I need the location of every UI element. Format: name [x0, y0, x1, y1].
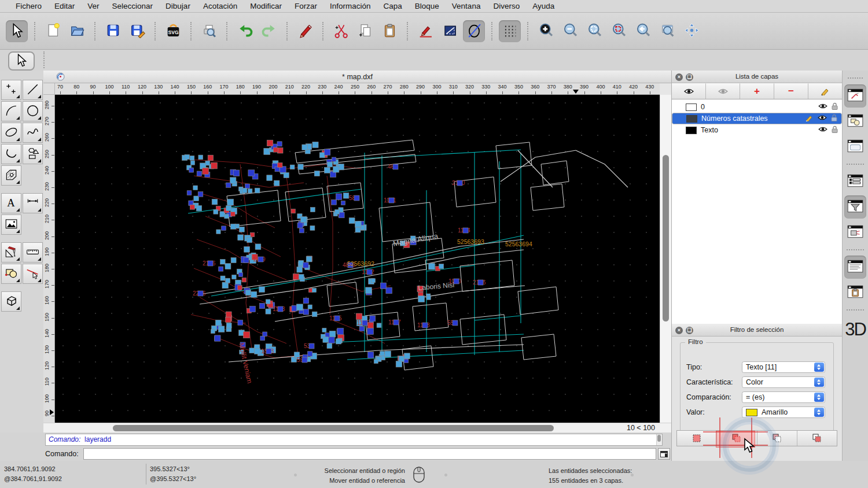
tool-measure-button[interactable]: [23, 242, 43, 263]
print-preview-button[interactable]: [198, 20, 220, 42]
tool-image-button[interactable]: [1, 215, 21, 235]
tool-boolean-button[interactable]: [1, 264, 21, 284]
layer-row-numeros-catastrales[interactable]: Números catastrales: [672, 113, 842, 124]
tool-box3d-button[interactable]: [1, 291, 21, 312]
remove-layer-button[interactable]: −: [774, 83, 808, 99]
tool-spline-button[interactable]: [23, 123, 43, 143]
open-folder-button[interactable]: [66, 20, 88, 42]
menu-diverso[interactable]: Diverso: [487, 2, 526, 10]
history-scrollbar[interactable]: [656, 434, 662, 445]
dock-blocks-button[interactable]: [844, 110, 866, 133]
menu-capa[interactable]: Capa: [377, 2, 409, 10]
edit-layer-button[interactable]: [808, 83, 842, 99]
tool-trim-button[interactable]: [23, 264, 43, 284]
select-matching-button[interactable]: [677, 431, 717, 446]
tool-circle-button[interactable]: [23, 101, 43, 121]
grid-dots-button[interactable]: [499, 20, 521, 42]
ellipse-slash-icon: [466, 23, 482, 40]
polyline-blue-button[interactable]: [439, 20, 461, 42]
tool-polyline-button[interactable]: [1, 144, 21, 164]
tool-hatch-button[interactable]: [1, 165, 21, 186]
tool-arc-button[interactable]: [1, 101, 21, 121]
tool-line-button[interactable]: [23, 80, 43, 100]
hide-all-layers-button[interactable]: [706, 83, 740, 99]
tool-points-button[interactable]: [1, 80, 21, 100]
ellipse-slash-button[interactable]: [463, 20, 485, 42]
menu-editar[interactable]: Editar: [48, 2, 81, 10]
new-file-button[interactable]: [42, 20, 64, 42]
tool-shapes-button[interactable]: [23, 144, 43, 164]
lock-icon[interactable]: [832, 102, 838, 112]
vertical-scrollbar[interactable]: [660, 95, 671, 423]
tool-text-button[interactable]: A: [1, 193, 21, 213]
undo-button[interactable]: [234, 20, 256, 42]
menu-bloque[interactable]: Bloque: [409, 2, 446, 10]
lock-icon[interactable]: [831, 114, 837, 123]
dock-clipboard-button[interactable]: [844, 281, 866, 304]
layer-row-texto[interactable]: Texto: [672, 124, 842, 136]
menu-informacion[interactable]: Información: [323, 2, 377, 10]
zoom-fit-button[interactable]: [583, 20, 605, 42]
pan-button[interactable]: [681, 20, 703, 42]
eye-icon[interactable]: [818, 126, 827, 134]
circle-icon: [25, 103, 39, 119]
menu-forzar[interactable]: Forzar: [288, 2, 323, 10]
menu-fichero[interactable]: Fichero: [9, 2, 48, 10]
show-all-layers-button[interactable]: [672, 83, 706, 99]
layer-row-0[interactable]: 0: [672, 101, 842, 113]
menu-ayuda[interactable]: Ayuda: [526, 2, 561, 10]
caracteristica-dropdown[interactable]: Color: [742, 376, 825, 388]
grid-spacing-label: 10 < 100: [627, 423, 655, 432]
cut-button[interactable]: [330, 20, 352, 42]
menu-acotacion[interactable]: Acotación: [197, 2, 244, 10]
draw-line-red-button[interactable]: [414, 20, 436, 42]
save-button[interactable]: [102, 20, 124, 42]
zoom-window-button[interactable]: [656, 20, 678, 42]
zoom-in-button[interactable]: [535, 20, 557, 42]
layer-color-swatch: [686, 103, 697, 111]
lock-icon[interactable]: [832, 125, 838, 135]
menu-ventana[interactable]: Ventana: [446, 2, 487, 10]
pencil-red-button[interactable]: [294, 20, 316, 42]
dock-filter-button[interactable]: [844, 195, 866, 219]
menu-modificar[interactable]: Modificar: [244, 2, 288, 10]
add-layer-button[interactable]: +: [740, 83, 774, 99]
dock-tool-button[interactable]: [844, 221, 866, 244]
save-as-button[interactable]: [126, 20, 148, 42]
redo-button[interactable]: [258, 20, 280, 42]
tool-ellipse-button[interactable]: [1, 123, 21, 143]
select-arrow-button[interactable]: [6, 20, 28, 42]
selection-tool-button[interactable]: [8, 51, 35, 71]
vertical-scrollbar-thumb[interactable]: [663, 155, 669, 321]
zoom-selection-button[interactable]: [608, 20, 630, 42]
svg-export-button[interactable]: SVG: [162, 20, 184, 42]
close-icon[interactable]: ×: [675, 73, 683, 81]
valor-dropdown[interactable]: Amarillo: [742, 406, 825, 418]
menu-dibujar[interactable]: Dibujar: [159, 2, 197, 10]
copy-button[interactable]: [354, 20, 376, 42]
tipo-dropdown[interactable]: Texto [11]: [742, 361, 825, 373]
detach-icon[interactable]: ❏: [686, 327, 693, 334]
zoom-previous-button[interactable]: [632, 20, 654, 42]
dock-cmd-button[interactable]: [844, 256, 866, 279]
dock-draw-button[interactable]: [844, 84, 866, 108]
drawing-canvas[interactable]: 2166118958311014652160110448051102110021…: [55, 95, 660, 423]
dock-list-button[interactable]: [844, 170, 866, 193]
eye-icon[interactable]: [818, 103, 827, 111]
comparacion-dropdown[interactable]: = (es): [742, 391, 825, 403]
horizontal-scrollbar[interactable]: 10 < 100: [43, 423, 671, 432]
horizontal-scrollbar-thumb[interactable]: [113, 425, 554, 431]
close-icon[interactable]: ×: [675, 327, 683, 334]
zoom-out-button[interactable]: [559, 20, 581, 42]
eye-icon[interactable]: [818, 114, 827, 123]
menu-ver[interactable]: Ver: [81, 2, 105, 10]
command-input[interactable]: [83, 448, 656, 460]
intersect-selection-button[interactable]: [797, 431, 837, 446]
tool-cad-tools-button[interactable]: [1, 242, 21, 263]
dock-library-button[interactable]: [844, 135, 866, 158]
detach-icon[interactable]: ❏: [686, 73, 693, 81]
paste-button[interactable]: [378, 20, 400, 42]
tool-dimension-button[interactable]: [23, 193, 43, 213]
menu-seleccionar[interactable]: Seleccionar: [106, 2, 160, 10]
command-options-button[interactable]: [658, 448, 670, 460]
